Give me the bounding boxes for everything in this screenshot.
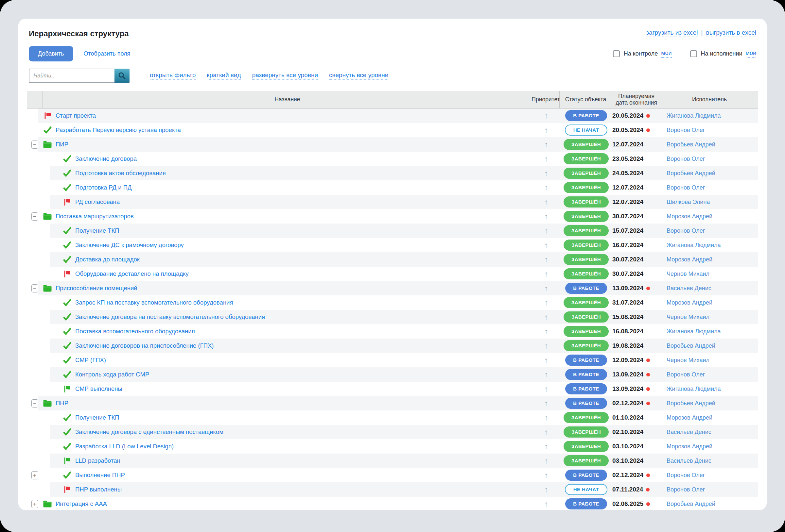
task-link[interactable]: Разработать Первую версию устава проекта [56,127,181,134]
collapse-toggle-button[interactable]: − [31,284,38,292]
priority-up-arrow-icon[interactable]: ↑ [544,342,548,350]
priority-up-arrow-icon[interactable]: ↑ [544,500,548,508]
priority-up-arrow-icon[interactable]: ↑ [544,385,548,393]
status-badge[interactable]: ЗАВЕРШЁН [563,168,609,179]
executor-link[interactable]: Воронов Олег [666,472,705,479]
priority-up-arrow-icon[interactable]: ↑ [544,285,548,292]
executor-link[interactable]: Воронов Олег [666,127,705,134]
status-badge[interactable]: ЗАВЕРШЁН [563,225,609,236]
status-badge[interactable]: ЗАВЕРШЁН [563,441,609,452]
task-link[interactable]: Подготовка актов обследования [75,169,166,177]
status-badge[interactable]: ЗАВЕРШЁН [563,455,609,466]
executor-link[interactable]: Воробьев Андрей [666,400,715,407]
priority-up-arrow-icon[interactable]: ↑ [544,414,548,422]
export-to-excel-link[interactable]: выгрузить в excel [706,29,756,37]
on-control-checkbox[interactable] [613,50,620,57]
open-filter-link[interactable]: открыть фильтр [150,72,196,80]
collapse-toggle-button[interactable]: − [31,399,38,407]
executor-link[interactable]: Воробьев Андрей [666,501,715,507]
task-link[interactable]: Заключение договора [75,155,137,162]
task-link[interactable]: Подготовка РД и ПД [75,184,132,191]
task-link[interactable]: Поставка маршрутизаторов [56,213,134,220]
executor-link[interactable]: Жиганова Людмила [666,385,721,393]
executor-link[interactable]: Воробьев Андрей [666,343,715,349]
status-badge[interactable]: ЗАВЕРШЁН [563,268,609,280]
priority-up-arrow-icon[interactable]: ↑ [544,155,548,163]
task-link[interactable]: Доставка до площадок [75,256,140,263]
task-link[interactable]: Приспособление помещений [56,285,137,292]
task-link[interactable]: LLD разработан [75,457,120,464]
status-badge[interactable]: НЕ НАЧАТ [565,125,608,136]
executor-link[interactable]: Воронов Олег [666,184,705,191]
task-link[interactable]: Заключение договора на поставку вспомога… [75,313,265,321]
search-button[interactable] [115,69,129,83]
status-badge[interactable]: ЗАВЕРШЁН [563,412,609,423]
task-link[interactable]: Старт проекта [56,112,96,119]
priority-up-arrow-icon[interactable]: ↑ [544,127,548,134]
priority-up-arrow-icon[interactable]: ↑ [544,371,548,378]
executor-link[interactable]: Воробьев Андрей [666,170,715,177]
status-badge[interactable]: ЗАВЕРШЁН [563,340,609,351]
executor-link[interactable]: Воронов Олег [666,486,705,493]
task-link[interactable]: Выполнение ПНР [75,472,125,479]
executor-link[interactable]: Воронов Олег [666,228,705,234]
task-link[interactable]: СМР (ГПХ) [75,356,106,364]
executor-link[interactable]: Жиганова Людмила [666,328,721,335]
task-link[interactable]: СМР выполнены [75,385,122,393]
expand-all-link[interactable]: развернуть все уровни [252,72,318,80]
status-badge[interactable]: В РАБОТЕ [565,354,607,366]
priority-up-arrow-icon[interactable]: ↑ [544,227,548,235]
executor-link[interactable]: Васильев Денис [666,285,711,292]
status-badge[interactable]: ЗАВЕРШЁН [563,426,609,437]
task-link[interactable]: Заключение договора с единственным поста… [75,428,223,435]
executor-link[interactable]: Чернов Михаил [666,357,709,364]
task-link[interactable]: Разработка LLD (Low Level Design) [75,443,174,450]
status-badge[interactable]: В РАБОТЕ [565,283,607,294]
executor-link[interactable]: Жиганова Людмила [666,242,721,249]
task-link[interactable]: Интеграция с AAA [56,500,107,507]
executor-link[interactable]: Воробьев Андрей [666,141,715,148]
priority-up-arrow-icon[interactable]: ↑ [544,184,548,191]
priority-up-arrow-icon[interactable]: ↑ [544,299,548,307]
load-from-excel-link[interactable]: загрузить из excel [646,29,698,37]
task-link[interactable]: ПНР [56,400,68,407]
priority-up-arrow-icon[interactable]: ↑ [544,428,548,436]
on-control-my-link[interactable]: мои [661,50,672,58]
collapse-toggle-button[interactable]: − [31,212,38,220]
executor-link[interactable]: Морозов Андрей [666,443,712,450]
task-link[interactable]: Получение ТКП [75,227,119,234]
task-link[interactable]: Запрос КП на поставку вспомогательного о… [75,299,233,306]
brief-view-link[interactable]: краткий вид [207,72,241,80]
status-badge[interactable]: В РАБОТЕ [565,398,607,409]
priority-up-arrow-icon[interactable]: ↑ [544,400,548,407]
show-fields-link[interactable]: Отобразить поля [84,50,130,57]
priority-up-arrow-icon[interactable]: ↑ [544,313,548,321]
priority-up-arrow-icon[interactable]: ↑ [544,169,548,177]
status-badge[interactable]: В РАБОТЕ [565,369,607,380]
priority-up-arrow-icon[interactable]: ↑ [544,241,548,249]
executor-link[interactable]: Морозов Андрей [666,299,712,306]
priority-up-arrow-icon[interactable]: ↑ [544,443,548,450]
status-badge[interactable]: ЗАВЕРШЁН [563,211,609,222]
task-link[interactable]: Поставка вспомогательного оборудования [75,328,195,335]
priority-up-arrow-icon[interactable]: ↑ [544,256,548,263]
executor-link[interactable]: Шилкова Элина [666,199,710,206]
task-link[interactable]: РД согласована [75,198,120,206]
executor-link[interactable]: Воронов Олег [666,371,705,378]
executor-link[interactable]: Воронов Олег [666,156,705,162]
on-execution-checkbox[interactable] [690,50,697,57]
status-badge[interactable]: В РАБОТЕ [565,383,607,394]
priority-up-arrow-icon[interactable]: ↑ [544,270,548,278]
priority-up-arrow-icon[interactable]: ↑ [544,472,548,479]
status-badge[interactable]: В РАБОТЕ [565,470,607,481]
collapse-toggle-button[interactable]: − [31,140,38,149]
priority-up-arrow-icon[interactable]: ↑ [544,356,548,364]
executor-link[interactable]: Чернов Михаил [666,314,709,321]
status-badge[interactable]: ЗАВЕРШЁН [563,182,609,193]
priority-up-arrow-icon[interactable]: ↑ [544,213,548,220]
status-badge[interactable]: ЗАВЕРШЁН [563,240,609,251]
priority-up-arrow-icon[interactable]: ↑ [544,486,548,494]
status-badge[interactable]: ЗАВЕРШЁН [563,254,609,265]
task-link[interactable]: Получение ТКП [75,414,119,421]
executor-link[interactable]: Морозов Андрей [666,414,712,421]
